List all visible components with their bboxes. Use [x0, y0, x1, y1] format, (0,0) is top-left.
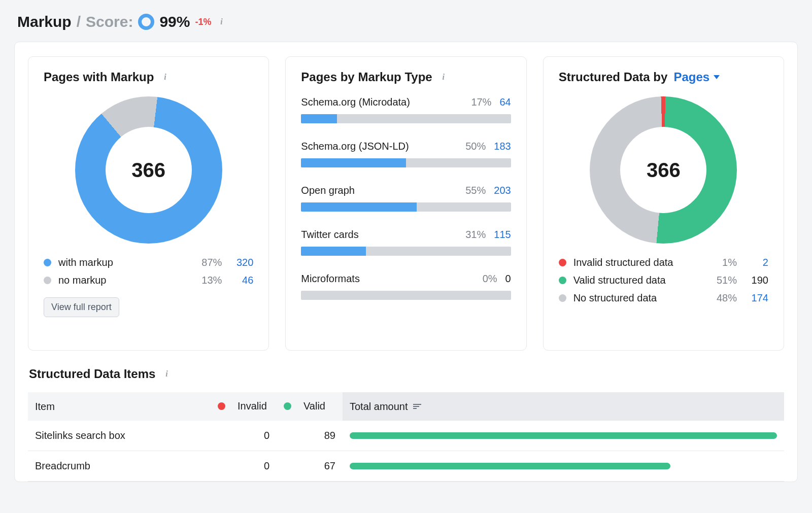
dot-icon: [559, 277, 566, 284]
legend: with markup 87% 320 no markup 13% 46: [44, 257, 253, 286]
bar-item[interactable]: Twitter cards 31%115: [301, 229, 511, 256]
row-bar: [350, 463, 777, 469]
view-full-report-button[interactable]: View full report: [44, 297, 119, 317]
legend-row[interactable]: No structured data 48% 174: [559, 292, 768, 304]
bar-item[interactable]: Microformats 0%0: [301, 273, 511, 300]
dot-icon: [559, 294, 566, 302]
chevron-down-icon: [714, 75, 720, 79]
score-donut-icon: [138, 14, 154, 30]
info-icon[interactable]: i: [438, 72, 449, 82]
structured-items-table: Item Invalid Valid Total amount: [28, 392, 784, 482]
bar-item[interactable]: Schema.org (JSON-LD) 50%183: [301, 141, 511, 167]
progress-bar: [301, 202, 511, 212]
progress-bar: [301, 114, 511, 123]
widget-structured-data-by-pages: Structured Data by Pages 366 Invalid str…: [543, 56, 784, 351]
legend: Invalid structured data 1% 2 Valid struc…: [559, 257, 768, 304]
col-invalid[interactable]: Invalid: [211, 392, 277, 421]
info-icon[interactable]: i: [160, 72, 170, 82]
main-card: Pages with Markup i 366 with markup 87% …: [14, 42, 798, 482]
progress-bar: [301, 158, 511, 167]
breadcrumb-sep: /: [77, 13, 81, 30]
score-value: 99%: [159, 13, 190, 30]
bar-item[interactable]: Schema.org (Microdata) 17%64: [301, 96, 511, 123]
table-row[interactable]: Sitelinks search box 0 89: [28, 421, 784, 451]
donut-structured-data: 366: [590, 96, 737, 244]
progress-bar: [301, 291, 511, 300]
col-valid[interactable]: Valid: [277, 392, 343, 421]
bar-list: Schema.org (Microdata) 17%64 Schema.org …: [301, 96, 511, 300]
page-title: Markup: [17, 13, 72, 30]
sort-desc-icon: [413, 404, 421, 409]
widget-title: Pages with Markup i: [44, 70, 253, 84]
score-label: Score:: [86, 13, 133, 30]
widget-title: Structured Data by Pages: [559, 70, 768, 84]
structured-data-items-title: Structured Data Items i: [29, 367, 784, 381]
legend-row[interactable]: Invalid structured data 1% 2: [559, 257, 768, 268]
score-delta: -1%: [195, 17, 211, 27]
donut-chart: 366: [559, 96, 768, 244]
widget-pages-by-markup-type: Pages by Markup Type i Schema.org (Micro…: [285, 56, 526, 351]
donut-pages-with-markup: 366: [75, 96, 222, 244]
donut-center: 366: [106, 127, 192, 213]
dot-icon: [218, 402, 225, 410]
legend-row[interactable]: with markup 87% 320: [44, 257, 253, 268]
progress-bar: [301, 247, 511, 256]
donut-chart: 366: [44, 96, 253, 244]
donut-center: 366: [620, 127, 706, 213]
widget-pages-with-markup: Pages with Markup i 366 with markup 87% …: [28, 56, 269, 351]
widget-title: Pages by Markup Type i: [301, 70, 511, 84]
legend-row[interactable]: no markup 13% 46: [44, 275, 253, 286]
legend-row[interactable]: Valid structured data 51% 190: [559, 275, 768, 286]
info-icon[interactable]: i: [161, 369, 172, 379]
pages-dropdown[interactable]: Pages: [673, 70, 720, 84]
bar-item[interactable]: Open graph 55%203: [301, 185, 511, 212]
dot-icon: [44, 259, 51, 266]
col-item[interactable]: Item: [28, 392, 211, 421]
table-row[interactable]: Breadcrumb 0 67: [28, 451, 784, 482]
dot-icon: [44, 277, 51, 284]
dot-icon: [559, 259, 566, 266]
info-icon[interactable]: i: [216, 17, 226, 27]
dot-icon: [284, 402, 291, 410]
page-header: Markup / Score: 99% -1% i: [14, 13, 798, 30]
widgets-row: Pages with Markup i 366 with markup 87% …: [28, 56, 784, 351]
row-bar: [350, 432, 777, 439]
col-total-amount[interactable]: Total amount: [343, 392, 784, 421]
